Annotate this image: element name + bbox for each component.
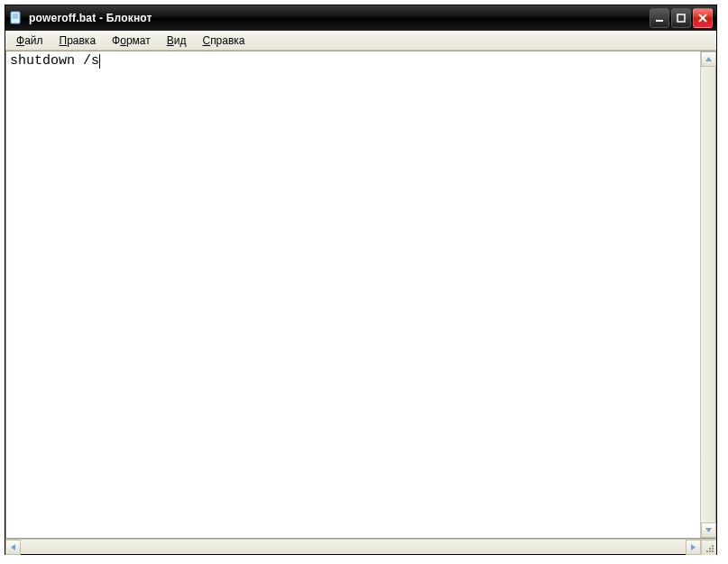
scroll-down-button[interactable]	[701, 522, 716, 538]
horizontal-scrollbar[interactable]	[5, 539, 716, 554]
resize-grip[interactable]	[701, 540, 716, 555]
svg-marker-11	[691, 544, 696, 550]
menu-help[interactable]: Справка	[195, 32, 252, 49]
chevron-up-icon	[705, 57, 712, 61]
titlebar[interactable]: poweroff.bat - Блокнот	[5, 5, 716, 31]
svg-marker-10	[11, 544, 15, 550]
menu-file[interactable]: Файл	[9, 32, 51, 49]
vertical-scrollbar[interactable]	[700, 51, 715, 538]
editor-content: shutdown /s	[10, 53, 99, 69]
maximize-button[interactable]	[671, 8, 691, 28]
svg-marker-8	[705, 57, 712, 61]
scroll-left-button[interactable]	[5, 540, 21, 555]
scroll-right-button[interactable]	[686, 540, 701, 555]
chevron-left-icon	[11, 544, 15, 550]
window-title: poweroff.bat - Блокнот	[29, 12, 650, 24]
vertical-scroll-track[interactable]	[701, 67, 715, 522]
horizontal-scroll-track[interactable]	[21, 540, 686, 554]
svg-rect-5	[677, 14, 685, 22]
scroll-up-button[interactable]	[701, 51, 716, 67]
svg-marker-9	[705, 528, 712, 532]
close-icon	[698, 14, 707, 23]
window-controls	[650, 8, 713, 28]
menu-format[interactable]: Формат	[105, 32, 158, 49]
close-button[interactable]	[693, 8, 713, 28]
text-editor[interactable]: shutdown /s	[6, 51, 700, 538]
app-icon	[9, 11, 23, 25]
notepad-window: poweroff.bat - Блокнот Файл Правка	[5, 5, 717, 555]
svg-rect-4	[656, 20, 663, 22]
chevron-down-icon	[705, 528, 712, 532]
grip-icon	[705, 544, 714, 553]
editor-area: shutdown /s	[5, 51, 716, 539]
minimize-icon	[655, 14, 664, 23]
menubar: Файл Правка Формат Вид Справка	[5, 31, 716, 51]
minimize-button[interactable]	[650, 8, 669, 28]
menu-edit[interactable]: Правка	[52, 32, 104, 49]
text-caret	[99, 54, 100, 69]
menu-view[interactable]: Вид	[160, 32, 194, 49]
chevron-right-icon	[691, 544, 696, 550]
maximize-icon	[677, 14, 686, 23]
